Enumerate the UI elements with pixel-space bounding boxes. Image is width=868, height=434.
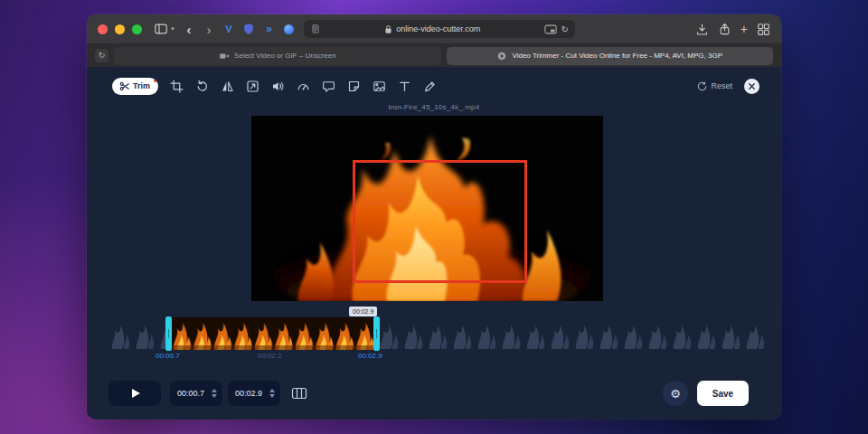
image-tool-button[interactable] <box>373 80 386 93</box>
step-down-icon[interactable] <box>212 394 217 398</box>
stickers-tool-button[interactable] <box>347 80 361 93</box>
video-camera-favicon <box>219 51 230 61</box>
video-preview <box>251 116 603 301</box>
end-time-value: 00:02.9 <box>235 389 262 398</box>
editor-content: Trim Reset tr <box>87 67 781 420</box>
step-up-icon[interactable] <box>269 389 275 392</box>
handle-grip <box>376 329 377 338</box>
filmstrip-icon <box>291 386 307 401</box>
close-window-button[interactable] <box>98 24 108 34</box>
close-editor-button[interactable] <box>744 79 760 94</box>
fullscreen-window-button[interactable] <box>132 24 142 34</box>
rotate-icon <box>195 80 209 93</box>
desktop-wallpaper: ▾ ‹ › V » online-video-cutter.com ↻ + ↻ <box>0 0 868 434</box>
tab-label: Select Video or GIF – Unscreen <box>234 52 336 60</box>
titlebar-right-icons: + <box>695 23 770 36</box>
extension-shield-icon[interactable] <box>241 20 257 38</box>
playback-controls: 00:00.7 00:02.9 ⚙ Save <box>108 381 749 406</box>
flip-tool-button[interactable] <box>221 80 234 93</box>
editor-toolbar: Trim Reset <box>112 76 760 96</box>
speed-tool-button[interactable] <box>297 80 310 93</box>
play-button[interactable] <box>108 381 161 406</box>
pen-icon <box>423 80 437 93</box>
lock-icon <box>384 24 392 34</box>
trim-modified-indicator <box>154 80 156 82</box>
volume-tool-button[interactable] <box>271 80 285 93</box>
new-tab-button[interactable]: + <box>741 23 748 35</box>
speed-icon <box>297 80 310 93</box>
share-icon[interactable] <box>718 23 731 36</box>
subtitles-tool-button[interactable] <box>322 80 335 93</box>
extension-fastforward-icon[interactable]: » <box>260 20 277 38</box>
frames-toggle-button[interactable] <box>291 386 307 401</box>
url-display: online-video-cutter.com <box>326 24 540 34</box>
start-time-steppers[interactable] <box>212 389 217 398</box>
start-time-field[interactable]: 00:00.7 <box>170 381 222 406</box>
play-icon <box>132 389 140 398</box>
flip-icon <box>221 80 234 93</box>
toolbar-right-group: Reset <box>697 79 760 94</box>
timeline-middle-label: 00:02.2 <box>258 352 282 360</box>
scissors-icon <box>119 81 129 91</box>
end-time-steppers[interactable] <box>269 389 275 398</box>
blue-circle-icon <box>284 24 294 34</box>
window-controls <box>98 24 142 34</box>
crop-tool-button[interactable] <box>170 80 184 93</box>
tab-unscreen[interactable]: Select Video or GIF – Unscreen <box>114 47 441 65</box>
chevron-down-icon[interactable]: ▾ <box>168 20 177 38</box>
image-icon <box>373 80 386 93</box>
crop-selection-rectangle[interactable] <box>353 160 527 283</box>
tab-capture-icon[interactable] <box>544 24 557 34</box>
step-down-icon[interactable] <box>269 394 275 398</box>
trim-selection[interactable] <box>165 316 380 351</box>
step-up-icon[interactable] <box>212 389 217 392</box>
end-time-field[interactable]: 00:02.9 <box>228 381 280 406</box>
selection-filmstrip <box>171 317 374 350</box>
refresh-tabs-icon[interactable]: ↻ <box>95 49 108 62</box>
trim-label: Trim <box>133 81 150 90</box>
sidebar-icon <box>154 22 168 36</box>
browser-window: ▾ ‹ › V » online-video-cutter.com ↻ + ↻ <box>87 14 781 420</box>
browser-titlebar: ▾ ‹ › V » online-video-cutter.com ↻ + <box>87 14 781 43</box>
timeline-start-label: 00:00.7 <box>156 352 180 360</box>
trim-end-handle[interactable] <box>373 316 380 351</box>
resize-icon <box>246 80 259 93</box>
volume-icon <box>271 80 285 93</box>
speech-bubble-icon <box>322 80 335 93</box>
extension-v-icon[interactable]: V <box>221 20 237 38</box>
rotate-tool-button[interactable] <box>195 80 209 93</box>
save-button[interactable]: Save <box>697 381 749 406</box>
draw-tool-button[interactable] <box>423 80 437 93</box>
sticker-icon <box>347 80 361 93</box>
shield-icon <box>242 23 255 35</box>
reset-label: Reset <box>711 81 732 90</box>
address-bar[interactable]: online-video-cutter.com ↻ <box>304 20 575 38</box>
minimize-window-button[interactable] <box>115 24 125 34</box>
trim-tool-button[interactable]: Trim <box>112 78 158 95</box>
trim-end-tooltip: 00:02.9 <box>349 307 377 316</box>
tab-video-trimmer[interactable]: Video Trimmer - Cut Video Online for Fre… <box>447 47 774 65</box>
trim-start-handle[interactable] <box>165 316 172 351</box>
close-icon <box>748 82 756 90</box>
reload-icon[interactable]: ↻ <box>561 24 569 34</box>
reset-icon <box>697 81 707 91</box>
settings-button[interactable]: ⚙ <box>663 381 688 406</box>
url-text: online-video-cutter.com <box>396 24 480 33</box>
tab-overview-icon[interactable] <box>757 23 770 36</box>
timeline-end-label: 00:02.9 <box>358 352 382 360</box>
sidebar-toggle-button[interactable] <box>153 20 169 38</box>
extension-circle-icon[interactable] <box>280 20 297 38</box>
text-tool-button[interactable] <box>398 80 411 93</box>
reset-button[interactable]: Reset <box>697 81 732 91</box>
handle-grip <box>168 329 169 338</box>
tab-bar: ↻ Select Video or GIF – Unscreen Video T… <box>87 43 781 67</box>
resize-tool-button[interactable] <box>246 80 259 93</box>
start-time-value: 00:00.7 <box>177 389 204 398</box>
download-icon[interactable] <box>695 23 709 36</box>
video-filename: tron-Fire_45_10s_4k_.mp4 <box>87 103 781 111</box>
page-icon <box>310 23 321 35</box>
text-icon <box>398 80 411 93</box>
back-button[interactable]: ‹ <box>181 20 197 38</box>
forward-button[interactable]: › <box>201 20 217 38</box>
play-circle-favicon <box>496 51 507 61</box>
